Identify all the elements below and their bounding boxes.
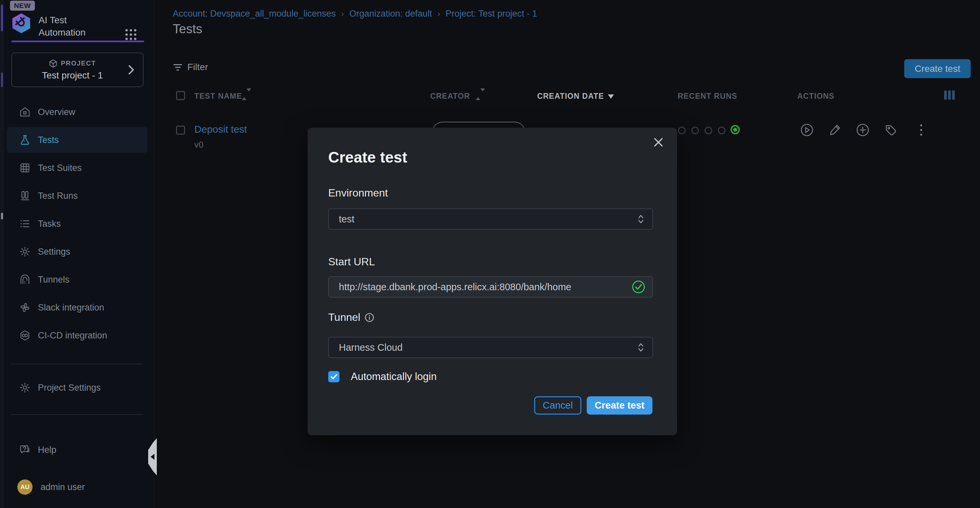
create-test-button[interactable]: Create test xyxy=(904,59,971,78)
app-title-line2: Automation xyxy=(38,26,86,38)
valid-check-icon xyxy=(631,280,646,294)
tunnel-icon xyxy=(19,274,30,285)
sidebar-divider xyxy=(11,414,143,415)
tunnel-label: Tunnel xyxy=(328,311,360,323)
more-actions-icon[interactable] xyxy=(920,125,922,136)
breadcrumb-separator: › xyxy=(341,9,344,19)
start-url-input[interactable]: http://stage.dbank.prod-apps.relicx.ai:8… xyxy=(328,276,653,297)
column-header-creation-date[interactable]: CREATION DATE xyxy=(537,92,604,101)
tunnel-select[interactable]: Harness Cloud xyxy=(328,337,653,358)
breadcrumb-org-link[interactable]: Organization: default xyxy=(349,9,432,19)
sidebar-item-label: Slack integration xyxy=(38,302,104,313)
gear-icon xyxy=(19,382,30,393)
sidebar-item-label: Project Settings xyxy=(38,383,101,393)
app-title-line1: AI Test xyxy=(38,14,86,26)
rail-accent xyxy=(1,213,3,219)
modal-create-test-button[interactable]: Create test xyxy=(587,396,652,415)
app-logo-glyph xyxy=(12,13,31,33)
sidebar-item-project-settings[interactable]: Project Settings xyxy=(6,375,147,401)
auto-login-label: Automatically login xyxy=(351,371,436,383)
sidebar-item-help[interactable]: Help xyxy=(6,437,147,463)
sidebar-item-cicd-integration[interactable]: CI-CD integration xyxy=(6,323,147,348)
filter-icon xyxy=(173,62,182,72)
auto-login-row: Automatically login xyxy=(328,371,436,383)
select-all-checkbox[interactable] xyxy=(176,91,185,100)
app-title: AI Test Automation xyxy=(38,14,86,38)
page-title: Tests xyxy=(173,22,202,36)
breadcrumb-separator: › xyxy=(438,9,441,19)
sidebar-item-overview[interactable]: Overview xyxy=(6,99,147,125)
sidebar-item-label: Tasks xyxy=(38,219,61,229)
sort-desc-icon xyxy=(608,94,614,99)
brand-divider xyxy=(11,41,144,42)
run-test-icon[interactable] xyxy=(800,123,814,137)
edit-icon[interactable] xyxy=(828,123,842,137)
user-menu[interactable]: AU admin user xyxy=(17,479,85,495)
grid-table-icon xyxy=(19,162,30,174)
project-selector[interactable]: PROJECT Test project - 1 xyxy=(11,53,143,87)
cube-icon xyxy=(49,59,57,68)
home-icon xyxy=(19,106,30,118)
task-list-icon xyxy=(19,218,30,229)
run-status-dot[interactable] xyxy=(691,127,699,134)
tag-icon[interactable] xyxy=(884,123,897,137)
sidebar-item-settings[interactable]: Settings xyxy=(6,239,147,265)
sidebar-divider xyxy=(11,364,143,364)
add-to-suite-icon[interactable] xyxy=(856,123,870,137)
flask-icon xyxy=(19,134,30,145)
breadcrumb-project-link[interactable]: Project: Test project - 1 xyxy=(445,9,537,19)
slack-icon xyxy=(19,302,30,313)
create-test-modal: Create test Environment test Start URL h… xyxy=(308,128,677,435)
rail-accent xyxy=(1,5,3,31)
sidebar-item-test-suites[interactable]: Test Suites xyxy=(6,155,147,181)
sidebar-item-label: Tests xyxy=(38,135,59,145)
start-url-value: http://stage.dbank.prod-apps.relicx.ai:8… xyxy=(339,281,571,292)
sidebar-item-label: Help xyxy=(38,445,56,455)
run-status-dot[interactable] xyxy=(678,127,686,134)
auto-login-checkbox[interactable] xyxy=(328,371,339,382)
run-status-dot-passed[interactable] xyxy=(730,125,740,134)
sidebar-item-label: Tunnels xyxy=(38,275,70,285)
sidebar-item-tests[interactable]: Tests xyxy=(6,127,147,153)
breadcrumb: Account: Devspace_all_module_licenses › … xyxy=(173,9,537,19)
environment-value: test xyxy=(339,214,355,225)
close-icon[interactable] xyxy=(652,136,665,149)
sidebar-nav: Overview Tests Test Suites Test Runs xyxy=(6,99,147,350)
tunnel-value: Harness Cloud xyxy=(339,342,402,353)
columns-run-icon xyxy=(19,190,30,201)
breadcrumb-account-link[interactable]: Account: Devspace_all_module_licenses xyxy=(173,9,336,19)
cancel-button[interactable]: Cancel xyxy=(534,396,581,415)
run-status-dot[interactable] xyxy=(718,127,725,134)
column-header-actions: ACTIONS xyxy=(797,92,835,101)
module-rail[interactable] xyxy=(0,0,4,508)
app-grid-icon[interactable] xyxy=(124,28,138,41)
sidebar-item-test-runs[interactable]: Test Runs xyxy=(6,183,147,209)
sidebar-item-tunnels[interactable]: Tunnels xyxy=(6,267,147,292)
sidebar-item-label: CI-CD integration xyxy=(38,331,107,341)
chevron-right-icon xyxy=(127,64,135,75)
cicd-icon xyxy=(19,330,30,341)
test-name-link[interactable]: Deposit test xyxy=(194,124,247,135)
gear-icon xyxy=(19,246,30,257)
app-window: NEW AI Test Automation PROJECT xyxy=(0,0,980,508)
sidebar-item-label: Test Suites xyxy=(38,163,82,173)
row-checkbox[interactable] xyxy=(176,126,185,135)
sidebar-item-label: Overview xyxy=(38,107,75,117)
column-header-test-name[interactable]: TEST NAME xyxy=(194,92,242,101)
sidebar-item-tasks[interactable]: Tasks xyxy=(6,211,147,237)
column-header-creator[interactable]: CREATOR xyxy=(430,92,470,101)
column-header-recent-runs: RECENT RUNS xyxy=(678,92,737,101)
project-name: Test project - 1 xyxy=(42,70,103,81)
sidebar-item-slack-integration[interactable]: Slack integration xyxy=(6,295,147,321)
run-status-dot[interactable] xyxy=(705,127,712,134)
info-icon[interactable] xyxy=(364,313,374,323)
sidebar: NEW AI Test Automation PROJECT xyxy=(0,0,154,508)
environment-label: Environment xyxy=(328,187,388,199)
environment-select[interactable]: test xyxy=(328,208,653,230)
filter-button[interactable]: Filter xyxy=(173,62,208,72)
start-url-label: Start URL xyxy=(328,256,375,268)
rail-accent xyxy=(1,72,3,87)
test-version: v0 xyxy=(194,140,203,150)
column-settings-icon[interactable] xyxy=(944,90,955,100)
select-chevrons-icon xyxy=(637,214,644,224)
